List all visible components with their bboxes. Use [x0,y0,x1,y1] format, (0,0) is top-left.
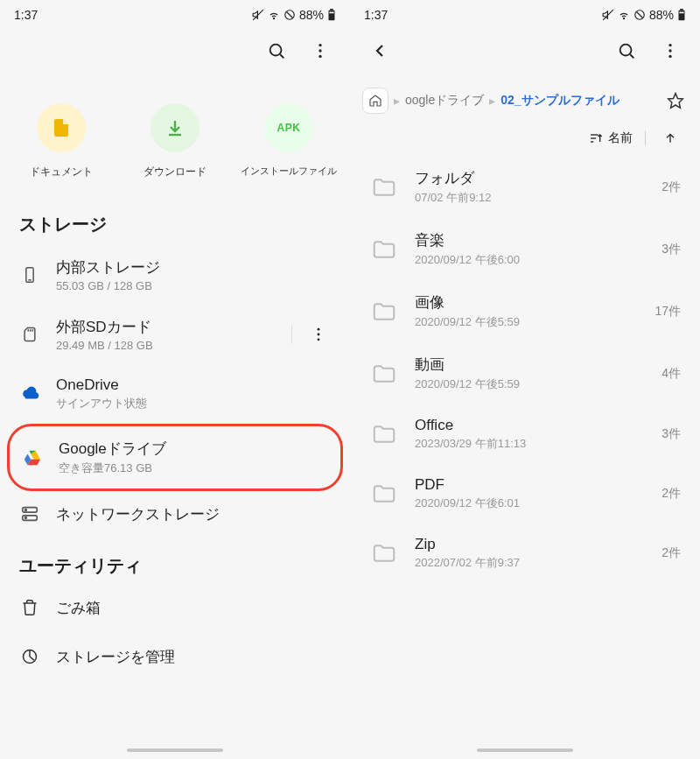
favorite-button[interactable] [663,88,688,113]
storage-title: 外部SDカード [56,317,276,337]
analyze-icon [19,646,40,667]
category-label: ダウンロード [144,165,206,179]
status-time: 1:37 [364,8,388,22]
onedrive-icon [19,383,40,404]
storage-list: 内部ストレージ 55.03 GB / 128 GB 外部SDカード 29.49 … [0,242,350,540]
svg-point-18 [318,334,320,336]
category-label: ドキュメント [30,165,93,179]
list-item[interactable]: Office 2023/03/29 午前11:13 3件 [355,404,695,464]
arrow-up-icon [663,131,677,145]
status-battery-text: 88% [649,8,674,22]
category-downloads[interactable]: ダウンロード [126,103,224,179]
list-item[interactable]: 動画 2020/09/12 午後5:59 4件 [355,342,695,404]
breadcrumb: ▸ oogleドライブ ▸ 02_サンプルファイル [350,72,700,119]
storage-title: 内部ストレージ [56,257,331,278]
list-item[interactable]: 画像 2020/09/12 午後5:59 17件 [355,280,695,342]
sort-button[interactable]: 名前 [589,126,633,151]
storage-sdcard[interactable]: 外部SDカード 29.49 MB / 128 GB [7,305,343,364]
storage-sub: 55.03 GB / 128 GB [56,279,331,292]
storage-sub: サインアウト状態 [56,396,331,411]
nav-handle[interactable] [477,748,573,752]
right-pane: 1:37 88% [350,0,700,759]
no-sim-icon [634,9,646,21]
more-vertical-icon [310,326,327,343]
mute-icon [602,9,614,21]
chevron-left-icon [369,40,390,61]
search-button[interactable] [614,39,639,63]
folder-icon [369,172,399,202]
item-title: 音楽 [415,230,646,250]
network-storage-icon [19,503,40,524]
chevron-right-icon: ▸ [489,94,495,108]
item-sub: 07/02 午前9:12 [415,190,646,206]
svg-point-19 [318,338,320,341]
wifi-icon [268,9,280,21]
storage-network[interactable]: ネットワークストレージ [7,491,343,537]
item-sub: 2020/09/12 午後5:59 [415,314,639,330]
battery-icon [677,9,686,21]
sdcard-more-button[interactable] [306,322,331,347]
svg-point-35 [668,49,671,52]
download-icon [150,103,200,152]
svg-point-9 [318,44,321,46]
more-button[interactable] [308,39,332,63]
storage-title: ネットワークストレージ [56,504,331,524]
category-install-files[interactable]: APK インストールファイル [240,103,338,179]
breadcrumb-current[interactable]: 02_サンプルファイル [500,93,619,109]
category-documents[interactable]: ドキュメント [12,103,110,179]
trash-icon [19,597,40,618]
search-icon [267,41,286,60]
left-pane: 1:37 88% [0,0,350,759]
item-sub: 2023/03/29 午前11:13 [415,436,646,452]
item-title: 画像 [415,292,639,313]
list-item[interactable]: PDF 2020/09/12 午後6:01 2件 [355,464,695,524]
svg-point-1 [273,18,274,19]
storage-onedrive[interactable]: OneDrive サインアウト状態 [7,364,343,424]
divider [291,325,292,344]
item-title: フォルダ [415,168,646,188]
item-count: 3件 [662,426,681,442]
utility-manage-storage[interactable]: ストレージを管理 [0,632,350,681]
breadcrumb-parent[interactable]: oogleドライブ [405,93,484,109]
breadcrumb-home-button[interactable] [362,88,388,114]
folder-icon [369,538,399,568]
sort-icon [589,131,603,145]
star-icon [667,92,684,109]
utility-label: ストレージを管理 [56,647,175,667]
folder-icon [369,235,399,264]
svg-point-26 [623,18,624,19]
document-icon [37,103,86,152]
sdcard-trailing [291,322,331,347]
more-button[interactable] [658,39,682,63]
sort-row: 名前 [350,119,700,156]
svg-rect-6 [329,12,333,14]
list-item[interactable]: Zip 2022/07/02 午前9:37 2件 [355,524,695,583]
list-item[interactable]: フォルダ 07/02 午前9:12 2件 [355,156,695,218]
sort-direction-button[interactable] [658,126,682,151]
svg-rect-30 [680,9,683,11]
svg-rect-4 [329,11,335,20]
home-icon [368,94,382,108]
battery-icon [327,9,336,21]
section-header-storage: ストレージ [0,199,350,242]
item-sub: 2020/09/12 午後6:00 [415,252,646,268]
section-header-utility: ユーティリティ [0,540,350,583]
list-item[interactable]: 音楽 2020/09/12 午後6:00 3件 [355,218,695,280]
item-title: Zip [415,536,646,553]
item-count: 2件 [662,545,681,561]
back-button[interactable] [368,39,392,63]
utility-trash[interactable]: ごみ箱 [0,583,350,632]
no-sim-icon [284,9,296,21]
svg-point-22 [25,510,27,511]
item-sub: 2022/07/02 午前9:37 [415,555,646,571]
storage-internal[interactable]: 内部ストレージ 55.03 GB / 128 GB [7,245,343,305]
svg-rect-29 [679,11,685,20]
svg-marker-37 [668,94,683,109]
nav-handle[interactable] [127,748,223,752]
storage-title: Googleドライブ [59,439,328,459]
search-icon [617,41,636,60]
folder-icon [369,359,399,389]
svg-point-10 [318,49,321,52]
search-button[interactable] [264,39,289,63]
storage-google-drive[interactable]: Googleドライブ 空き容量76.13 GB [7,424,343,491]
